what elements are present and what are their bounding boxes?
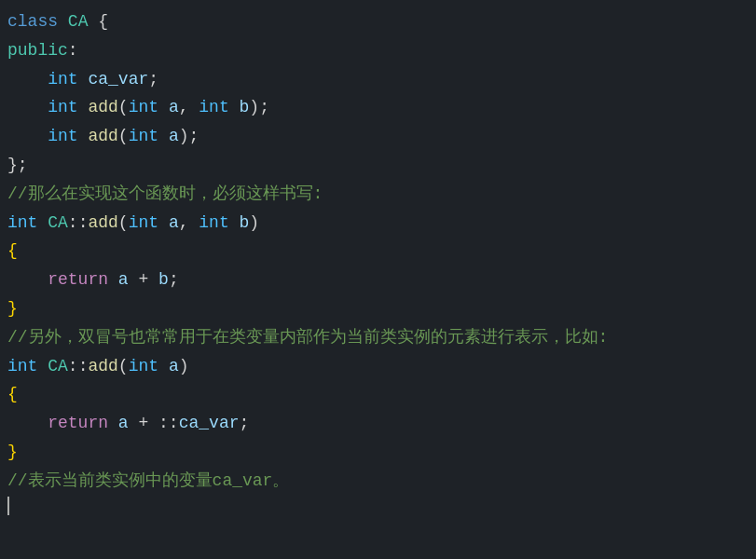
token: int: [129, 353, 158, 380]
token: add: [88, 353, 117, 380]
token: ): [179, 353, 189, 380]
token: return: [48, 266, 108, 293]
token: [108, 410, 118, 437]
code-line-14: {: [0, 380, 756, 409]
token: [108, 266, 118, 293]
token: int: [7, 210, 37, 237]
token: [7, 410, 48, 437]
token: int: [199, 210, 228, 237]
code-line-5: int add(int a);: [0, 122, 756, 151]
code-editor: class CA {public: int ca_var; int add(in…: [0, 0, 756, 559]
token: [58, 8, 68, 35]
code-line-11: }: [0, 294, 756, 323]
token: [78, 123, 89, 150]
token: a: [169, 353, 179, 380]
token: b: [240, 94, 250, 121]
text-cursor: [7, 497, 9, 515]
code-line-18: [0, 496, 756, 524]
token: add: [88, 123, 117, 150]
token: class: [7, 8, 58, 35]
token: [158, 210, 169, 237]
token: int: [48, 66, 77, 93]
token: ::: [68, 210, 89, 237]
token: [158, 353, 169, 380]
code-line-16: }: [0, 438, 756, 467]
token: [78, 66, 89, 93]
token: b: [158, 266, 169, 293]
token: [78, 94, 89, 121]
token: int: [199, 94, 228, 121]
token: {: [7, 381, 18, 408]
token: a: [169, 210, 179, 237]
token: :: [68, 37, 78, 64]
token: [7, 266, 48, 293]
token: [37, 210, 48, 237]
token: ;: [148, 66, 158, 93]
token: a: [169, 123, 179, 150]
token: add: [88, 94, 117, 121]
code-line-8: int CA::add(int a, int b): [0, 209, 756, 238]
token: };: [7, 152, 28, 179]
code-line-10: return a + b;: [0, 266, 756, 294]
token: //那么在实现这个函数时，必须这样书写:: [7, 181, 323, 208]
token: (: [118, 123, 129, 150]
token: [37, 353, 48, 380]
token: //表示当前类实例中的变量ca_var。: [7, 468, 289, 495]
code-line-15: return a + ::ca_var;: [0, 409, 756, 438]
token: [229, 94, 240, 121]
code-line-12: //另外，双冒号也常常用于在类变量内部作为当前类实例的元素进行表示，比如:: [0, 323, 756, 352]
token: {: [88, 8, 108, 35]
token: add: [88, 210, 117, 237]
token: int: [48, 94, 77, 121]
code-line-13: int CA::add(int a): [0, 352, 756, 381]
token: ): [249, 210, 259, 237]
code-line-9: {: [0, 237, 756, 266]
token: int: [129, 210, 158, 237]
code-line-4: int add(int a, int b);: [0, 93, 756, 122]
token: CA: [68, 8, 89, 35]
token: (: [118, 94, 129, 121]
token: ::: [158, 410, 179, 437]
token: +: [129, 410, 158, 437]
token: ,: [179, 94, 199, 121]
code-line-1: class CA {: [0, 7, 756, 36]
code-line-3: int ca_var;: [0, 65, 756, 94]
token: a: [118, 266, 129, 293]
token: );: [179, 123, 199, 150]
token: //另外，双冒号也常常用于在类变量内部作为当前类实例的元素进行表示，比如:: [7, 324, 608, 351]
code-line-17: //表示当前类实例中的变量ca_var。: [0, 467, 756, 496]
token: ;: [169, 266, 179, 293]
token: b: [240, 210, 250, 237]
token: +: [129, 266, 158, 293]
code-line-2: public:: [0, 36, 756, 65]
token: ;: [239, 410, 249, 437]
token: a: [118, 410, 129, 437]
code-line-6: };: [0, 151, 756, 180]
token: ,: [179, 210, 199, 237]
token: [7, 94, 48, 121]
token: [158, 123, 169, 150]
token: public: [7, 37, 68, 64]
token: {: [7, 238, 18, 265]
token: [7, 123, 48, 150]
token: int: [129, 123, 158, 150]
token: ca_var: [179, 410, 240, 437]
token: );: [249, 94, 269, 121]
token: }: [7, 439, 18, 466]
token: }: [7, 295, 18, 322]
token: int: [48, 123, 77, 150]
token: [229, 210, 240, 237]
token: [158, 94, 169, 121]
code-line-7: //那么在实现这个函数时，必须这样书写:: [0, 180, 756, 209]
token: [7, 66, 48, 93]
token: int: [7, 353, 37, 380]
token: ca_var: [88, 66, 148, 93]
token: (: [118, 353, 129, 380]
token: (: [118, 210, 129, 237]
token: return: [48, 410, 108, 437]
token: int: [129, 94, 158, 121]
token: a: [169, 94, 179, 121]
token: CA: [48, 210, 68, 237]
token: ::: [68, 353, 89, 380]
token: CA: [48, 353, 68, 380]
